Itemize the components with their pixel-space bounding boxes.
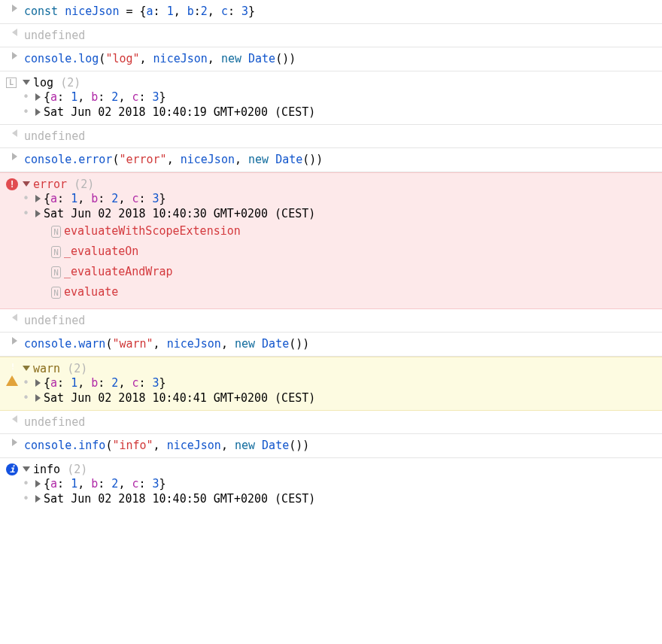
stack-frame[interactable]: N_evaluateOn: [51, 242, 657, 262]
console-input-row[interactable]: console.error("error", niceJson, new Dat…: [0, 148, 662, 172]
expandable-date[interactable]: • Sat Jun 02 2018 10:40:19 GMT+0200 (CES…: [6, 105, 657, 120]
log-label: warn: [33, 362, 60, 375]
native-badge-icon: N: [51, 287, 61, 299]
object-summary: {a: 1, b: 2, c: 3}: [44, 90, 166, 104]
object-summary: {a: 1, b: 2, c: 3}: [44, 192, 166, 205]
stack-frame[interactable]: Nevaluate: [51, 282, 657, 302]
console-warn-block[interactable]: warn (2) • {a: 1, b: 2, c: 3} • Sat Jun …: [0, 357, 662, 411]
arg-count: (2): [67, 362, 87, 375]
input-icon: [12, 52, 17, 59]
disclosure-triangle-icon[interactable]: [35, 108, 41, 116]
error-icon: !: [6, 178, 18, 190]
console-input-row[interactable]: console.warn("warn", niceJson, new Date(…: [0, 333, 662, 357]
object-summary: {a: 1, b: 2, c: 3}: [44, 477, 166, 491]
console-log-block[interactable]: L log (2) • {a: 1, b: 2, c: 3} • Sat Jun…: [0, 71, 662, 125]
console-info-block[interactable]: i info (2) • {a: 1, b: 2, c: 3} • Sat Ju…: [0, 458, 662, 511]
disclosure-triangle-icon[interactable]: [35, 495, 41, 503]
disclosure-triangle-icon[interactable]: [23, 181, 30, 187]
obj-k: a: [147, 5, 153, 18]
stack-frame[interactable]: NevaluateWithScopeExtension: [51, 221, 657, 242]
expandable-date[interactable]: • Sat Jun 02 2018 10:40:41 GMT+0200 (CES…: [6, 390, 657, 406]
info-icon: i: [6, 463, 18, 475]
disclosure-triangle-icon[interactable]: [35, 195, 41, 202]
disclosure-triangle-icon[interactable]: [35, 394, 41, 402]
stack-trace: NevaluateWithScopeExtension N_evaluateOn…: [6, 221, 657, 302]
expandable-date[interactable]: • Sat Jun 02 2018 10:40:30 GMT+0200 (CES…: [6, 206, 657, 221]
arg-count: (2): [60, 76, 80, 90]
console-input-row[interactable]: console.log("log", niceJson, new Date()): [0, 47, 662, 71]
code-line: console.error("error", niceJson, new Dat…: [23, 151, 657, 169]
object-summary: {a: 1, b: 2, c: 3}: [44, 376, 166, 390]
date-value: Sat Jun 02 2018 10:40:30 GMT+0200 (CEST): [44, 207, 315, 220]
output-icon: [12, 29, 17, 36]
output-icon: [12, 129, 17, 137]
date-value: Sat Jun 02 2018 10:40:41 GMT+0200 (CEST): [44, 391, 315, 405]
expandable-object[interactable]: • {a: 1, b: 2, c: 3}: [6, 191, 657, 206]
console-output-row: undefined: [0, 125, 662, 149]
undefined-text: undefined: [23, 27, 657, 44]
disclosure-triangle-icon[interactable]: [35, 210, 41, 217]
log-label: log: [33, 76, 53, 90]
disclosure-triangle-icon[interactable]: [35, 93, 41, 101]
console-input-row[interactable]: console.info("info", niceJson, new Date(…: [0, 434, 662, 458]
date-value: Sat Jun 02 2018 10:40:19 GMT+0200 (CEST): [44, 105, 315, 119]
warning-icon: [6, 362, 18, 386]
disclosure-triangle-icon[interactable]: [35, 480, 41, 488]
disclosure-triangle-icon[interactable]: [23, 366, 30, 371]
code-line: console.warn("warn", niceJson, new Date(…: [23, 336, 657, 353]
disclosure-triangle-icon[interactable]: [23, 466, 30, 472]
native-badge-icon: N: [51, 246, 61, 258]
log-label: info: [33, 463, 60, 476]
native-badge-icon: N: [51, 226, 61, 238]
console-error-block[interactable]: ! error (2) • {a: 1, b: 2, c: 3} • Sat J…: [0, 172, 662, 309]
expandable-object[interactable]: • {a: 1, b: 2, c: 3}: [6, 375, 657, 390]
code-line: console.log("log", niceJson, new Date()): [23, 50, 657, 68]
stack-frame[interactable]: N_evaluateAndWrap: [51, 262, 657, 282]
code-line: const niceJson = {a: 1, b:2, c: 3}: [23, 3, 657, 20]
output-icon: [12, 415, 17, 423]
date-value: Sat Jun 02 2018 10:40:50 GMT+0200 (CEST): [44, 492, 315, 506]
console-output-row: undefined: [0, 309, 662, 333]
disclosure-triangle-icon[interactable]: [35, 379, 41, 387]
code-line: console.info("info", niceJson, new Date(…: [23, 437, 657, 454]
arg-count: (2): [67, 463, 87, 476]
console-output-row: undefined: [0, 411, 662, 435]
expandable-object[interactable]: • {a: 1, b: 2, c: 3}: [6, 476, 657, 491]
console-output-row: undefined: [0, 24, 662, 48]
input-icon: [12, 439, 17, 446]
console-input-row[interactable]: const niceJson = {a: 1, b:2, c: 3}: [0, 0, 662, 24]
arg-count: (2): [74, 178, 94, 191]
disclosure-triangle-icon[interactable]: [23, 80, 30, 85]
expandable-object[interactable]: • {a: 1, b: 2, c: 3}: [6, 90, 657, 105]
input-icon: [12, 5, 17, 12]
log-label: error: [33, 178, 67, 191]
expandable-date[interactable]: • Sat Jun 02 2018 10:40:50 GMT+0200 (CES…: [6, 491, 657, 506]
output-icon: [12, 314, 17, 321]
input-icon: [12, 153, 17, 160]
input-icon: [12, 337, 17, 345]
native-badge-icon: N: [51, 266, 61, 278]
log-level-icon: L: [6, 77, 17, 88]
